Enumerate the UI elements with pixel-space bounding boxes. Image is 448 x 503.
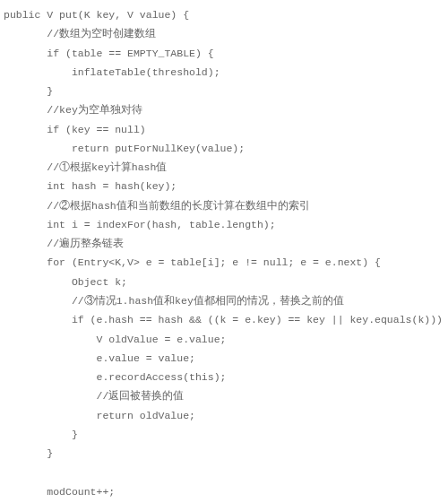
code-line: modCount++;: [4, 482, 444, 501]
code-line: e.value = value;: [4, 349, 444, 368]
code-line: int hash = hash(key);: [4, 177, 444, 195]
code-line: if (e.hash == hash && ((k = e.key) == ke…: [4, 310, 444, 329]
code-line: //①根据key计算hash值: [4, 158, 444, 177]
code-line: int i = indexFor(hash, table.length);: [4, 215, 444, 234]
code-line: e.recordAccess(this);: [4, 368, 444, 386]
code-line: if (table == EMPTY_TABLE) {: [4, 44, 444, 63]
code-line: return oldValue;: [4, 406, 444, 425]
code-line: V oldValue = e.value;: [4, 330, 444, 349]
code-line: //③情况1.hash值和key值都相同的情况，替换之前的值: [4, 291, 444, 310]
code-line: if (key == null): [4, 120, 444, 139]
code-line: //遍历整条链表: [4, 234, 444, 253]
code-line: }: [4, 82, 444, 100]
code-line: //key为空单独对待: [4, 100, 444, 119]
code-line: }: [4, 444, 444, 463]
code-block: public V put(K key, V value) { //数组为空时创建…: [0, 0, 448, 503]
code-line: Object k;: [4, 273, 444, 291]
code-line: //返回被替换的值: [4, 386, 444, 405]
code-line: [4, 463, 444, 481]
code-line: }: [4, 425, 444, 444]
code-line: //数组为空时创建数组: [4, 24, 444, 43]
code-line: inflateTable(threshold);: [4, 63, 444, 82]
code-line: //②根据hash值和当前数组的长度计算在数组中的索引: [4, 196, 444, 215]
code-line: for (Entry<K,V> e = table[i]; e != null;…: [4, 253, 444, 272]
code-line: return putForNullKey(value);: [4, 139, 444, 158]
code-line: public V put(K key, V value) {: [4, 5, 444, 24]
